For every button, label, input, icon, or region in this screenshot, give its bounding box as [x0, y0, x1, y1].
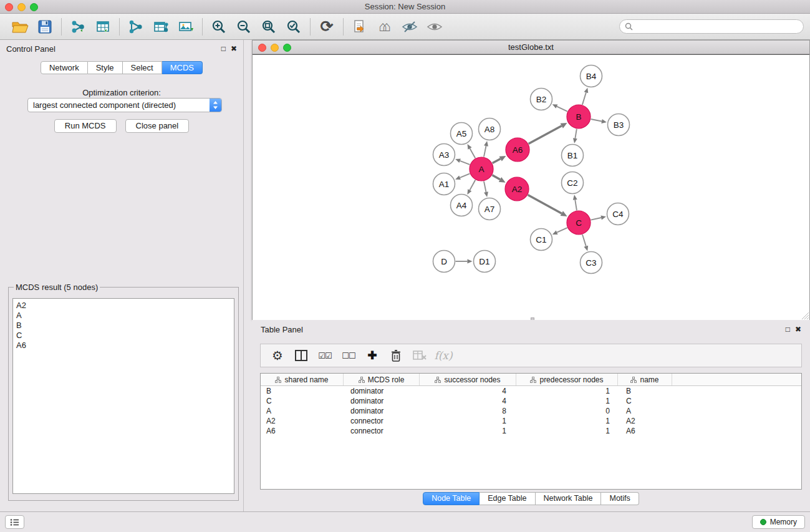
export-image-button[interactable] [173, 16, 198, 38]
tab-motifs[interactable]: Motifs [601, 492, 639, 505]
network-edge[interactable] [470, 148, 475, 158]
network-edge[interactable] [470, 180, 475, 190]
delete-column-button[interactable] [385, 346, 407, 365]
network-node-D1[interactable]: D1 [474, 251, 496, 273]
network-edge[interactable] [591, 218, 602, 220]
network-node-B2[interactable]: B2 [531, 89, 552, 110]
table-cell[interactable]: A6 [261, 426, 344, 436]
table-cell[interactable]: 1 [516, 396, 618, 406]
close-panel-icon[interactable]: ✖ [795, 325, 801, 334]
network-node-A7[interactable]: A7 [479, 198, 501, 220]
table-cell[interactable]: connector [344, 426, 420, 436]
table-cell[interactable]: connector [344, 416, 420, 426]
table-cell[interactable]: A2 [261, 416, 344, 426]
tab-style[interactable]: Style [88, 61, 123, 74]
network-node-A[interactable]: A [470, 157, 493, 181]
table-cell[interactable]: 4 [420, 386, 516, 396]
column-header[interactable]: MCDS role [344, 374, 420, 385]
network-node-C[interactable]: C [567, 211, 591, 235]
network-edge[interactable] [493, 159, 501, 163]
show-columns-button[interactable] [291, 346, 312, 365]
task-history-button[interactable] [5, 515, 24, 529]
table-cell[interactable]: A [618, 406, 672, 416]
open-document-button[interactable] [347, 16, 372, 38]
new-network-button[interactable] [123, 16, 148, 38]
unselect-all-columns-button[interactable]: ☐☐ [338, 346, 359, 365]
resize-grip-icon[interactable] [804, 315, 809, 319]
toggle-graphics-details-button[interactable] [397, 16, 422, 38]
table-cell[interactable]: A2 [618, 416, 672, 426]
network-node-C1[interactable]: C1 [531, 229, 552, 251]
table-cell[interactable]: 1 [516, 386, 618, 396]
node-table[interactable]: shared nameMCDS rolesuccessor nodesprede… [260, 373, 802, 490]
network-view-window[interactable]: testGlobe.txt AA1A2A3A4A5A6A7A8BB1B2B3B4… [252, 40, 810, 320]
float-panel-icon[interactable]: □ [786, 325, 790, 334]
column-header[interactable]: predecessor nodes [516, 374, 618, 385]
network-edge[interactable] [591, 119, 602, 122]
import-table-button[interactable] [90, 16, 115, 38]
network-edge[interactable] [492, 175, 500, 180]
network-canvas[interactable]: AA1A2A3A4A5A6A7A8BB1B2B3B4CC1C2C3C4DD1 [253, 54, 809, 320]
table-cell[interactable]: 1 [516, 426, 618, 436]
table-cell[interactable]: B [261, 386, 344, 396]
table-cell[interactable]: dominator [344, 396, 420, 406]
create-column-button[interactable]: ✚ [362, 346, 383, 365]
close-panel-button[interactable]: Close panel [125, 119, 190, 133]
network-canvas-svg[interactable]: AA1A2A3A4A5A6A7A8BB1B2B3B4CC1C2C3C4DD1 [253, 55, 809, 320]
network-node-A5[interactable]: A5 [451, 123, 473, 145]
network-edge[interactable] [557, 228, 567, 233]
network-node-C2[interactable]: C2 [562, 172, 584, 194]
tab-select[interactable]: Select [123, 61, 162, 74]
table-settings-button[interactable]: ⚙ [267, 346, 288, 365]
table-cell[interactable]: dominator [344, 386, 420, 396]
optimization-criterion-dropdown[interactable]: largest connected component (directed) [27, 98, 222, 112]
save-session-button[interactable] [32, 16, 57, 38]
table-cell[interactable]: 0 [516, 406, 618, 416]
table-row[interactable]: Cdominator41C [261, 396, 801, 406]
network-edge[interactable] [557, 107, 567, 112]
mcds-result-list[interactable]: A2ABCA6 [12, 298, 234, 494]
network-node-A2[interactable]: A2 [505, 177, 529, 201]
table-row[interactable]: Adominator80A [261, 406, 801, 416]
tab-node-table[interactable]: Node Table [423, 492, 480, 505]
memory-button[interactable]: Memory [752, 515, 805, 529]
table-cell[interactable]: C [618, 396, 672, 406]
zoom-fit-button[interactable] [256, 16, 281, 38]
search-field[interactable] [619, 19, 804, 34]
run-mcds-button[interactable]: Run MCDS [54, 119, 117, 133]
network-edge[interactable] [528, 195, 562, 214]
table-cell[interactable]: C [261, 396, 344, 406]
delete-table-button[interactable] [409, 346, 430, 365]
network-node-B1[interactable]: B1 [562, 145, 584, 167]
network-node-C3[interactable]: C3 [581, 252, 602, 274]
table-row[interactable]: A2connector11A2 [261, 416, 801, 426]
tab-edge-table[interactable]: Edge Table [480, 492, 535, 505]
column-header[interactable]: shared name [261, 374, 344, 385]
mcds-result-item[interactable]: C [16, 331, 231, 341]
tab-network-table[interactable]: Network Table [536, 492, 602, 505]
close-panel-icon[interactable]: ✖ [231, 44, 237, 53]
network-edge[interactable] [575, 129, 576, 138]
table-cell[interactable]: A [261, 406, 344, 416]
network-minimize-button[interactable] [271, 44, 279, 52]
mcds-result-item[interactable]: B [16, 321, 231, 331]
network-zoom-button[interactable] [283, 44, 291, 52]
network-edge[interactable] [582, 92, 586, 105]
table-row[interactable]: Bdominator41B [261, 386, 801, 396]
zoom-window-button[interactable] [30, 3, 38, 11]
network-node-A1[interactable]: A1 [433, 173, 455, 195]
table-cell[interactable]: 1 [420, 416, 516, 426]
table-cell[interactable]: 1 [516, 416, 618, 426]
network-edge[interactable] [582, 235, 586, 246]
network-close-button[interactable] [258, 44, 266, 52]
zoom-out-button[interactable] [231, 16, 256, 38]
table-cell[interactable]: B [618, 386, 672, 396]
dropdown-stepper-icon[interactable] [210, 99, 221, 112]
network-node-B4[interactable]: B4 [581, 65, 602, 87]
network-table-button[interactable] [148, 16, 173, 38]
mcds-result-item[interactable]: A [16, 311, 231, 321]
open-session-button[interactable] [7, 16, 32, 38]
float-panel-icon[interactable]: □ [221, 44, 226, 53]
home-panels-button[interactable]: ⌂⌂ [372, 16, 397, 38]
table-cell[interactable]: 4 [420, 396, 516, 406]
